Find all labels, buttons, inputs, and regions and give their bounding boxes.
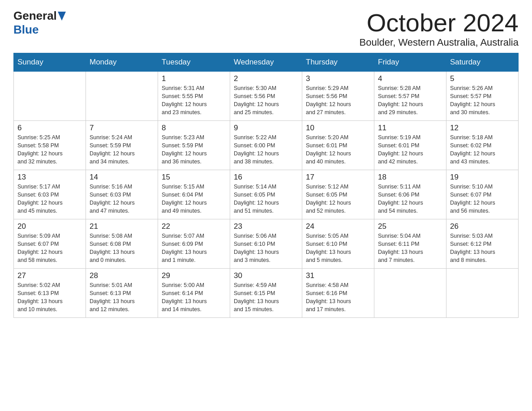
weekday-header-wednesday: Wednesday [230,53,302,71]
calendar-cell: 21Sunrise: 5:08 AM Sunset: 6:08 PM Dayli… [86,219,158,268]
day-info: Sunrise: 5:03 AM Sunset: 6:12 PM Dayligh… [450,232,515,265]
day-number: 10 [306,124,370,133]
calendar-cell: 10Sunrise: 5:20 AM Sunset: 6:01 PM Dayli… [302,120,374,170]
day-info: Sunrise: 5:10 AM Sunset: 6:07 PM Dayligh… [450,183,515,215]
location-title: Boulder, Western Australia, Australia [360,37,519,48]
day-number: 4 [378,74,442,83]
day-number: 31 [306,271,370,280]
day-number: 1 [162,74,226,83]
day-number: 28 [90,271,154,280]
calendar-cell: 16Sunrise: 5:14 AM Sunset: 6:05 PM Dayli… [230,170,302,219]
day-info: Sunrise: 5:15 AM Sunset: 6:04 PM Dayligh… [162,183,226,215]
calendar-cell: 8Sunrise: 5:23 AM Sunset: 5:59 PM Daylig… [158,120,230,170]
calendar-cell [14,71,86,120]
calendar-week-row: 13Sunrise: 5:17 AM Sunset: 6:03 PM Dayli… [14,170,519,219]
calendar-cell: 7Sunrise: 5:24 AM Sunset: 5:59 PM Daylig… [86,120,158,170]
calendar-cell: 2Sunrise: 5:30 AM Sunset: 5:56 PM Daylig… [230,71,302,120]
weekday-header-thursday: Thursday [302,53,374,71]
weekday-header-saturday: Saturday [446,53,519,71]
calendar-table: SundayMondayTuesdayWednesdayThursdayFrid… [13,53,519,318]
calendar-cell: 5Sunrise: 5:26 AM Sunset: 5:57 PM Daylig… [446,71,519,120]
weekday-header-tuesday: Tuesday [158,53,230,71]
day-info: Sunrise: 5:12 AM Sunset: 6:05 PM Dayligh… [306,183,370,215]
day-info: Sunrise: 5:05 AM Sunset: 6:10 PM Dayligh… [306,232,370,265]
weekday-header-monday: Monday [86,53,158,71]
calendar-week-row: 6Sunrise: 5:25 AM Sunset: 5:58 PM Daylig… [14,120,519,170]
calendar-cell: 29Sunrise: 5:00 AM Sunset: 6:14 PM Dayli… [158,268,230,317]
day-info: Sunrise: 5:25 AM Sunset: 5:58 PM Dayligh… [17,133,82,166]
logo: General Blue [13,9,66,37]
weekday-header-friday: Friday [374,53,446,71]
day-number: 12 [450,124,515,133]
calendar-cell: 13Sunrise: 5:17 AM Sunset: 6:03 PM Dayli… [14,170,86,219]
calendar-cell: 4Sunrise: 5:28 AM Sunset: 5:57 PM Daylig… [374,71,446,120]
calendar-header-row: SundayMondayTuesdayWednesdayThursdayFrid… [14,53,519,71]
day-info: Sunrise: 5:11 AM Sunset: 6:06 PM Dayligh… [378,183,442,215]
svg-marker-0 [58,12,66,21]
day-info: Sunrise: 5:28 AM Sunset: 5:57 PM Dayligh… [378,84,442,117]
day-info: Sunrise: 5:01 AM Sunset: 6:13 PM Dayligh… [90,281,154,314]
calendar-cell: 25Sunrise: 5:04 AM Sunset: 6:11 PM Dayli… [374,219,446,268]
calendar-cell: 9Sunrise: 5:22 AM Sunset: 6:00 PM Daylig… [230,120,302,170]
day-number: 8 [162,124,226,133]
day-info: Sunrise: 5:14 AM Sunset: 6:05 PM Dayligh… [234,183,298,215]
day-number: 29 [162,271,226,280]
logo-general-text: General [13,9,57,23]
calendar-cell: 11Sunrise: 5:19 AM Sunset: 6:01 PM Dayli… [374,120,446,170]
day-info: Sunrise: 5:20 AM Sunset: 6:01 PM Dayligh… [306,133,370,166]
day-info: Sunrise: 5:02 AM Sunset: 6:13 PM Dayligh… [17,281,82,314]
calendar-cell: 23Sunrise: 5:06 AM Sunset: 6:10 PM Dayli… [230,219,302,268]
page-header: General Blue October 2024 Boulder, Weste… [13,9,519,48]
day-number: 7 [90,124,154,133]
day-info: Sunrise: 5:18 AM Sunset: 6:02 PM Dayligh… [450,133,515,166]
day-number: 6 [17,124,82,133]
day-number: 17 [306,173,370,182]
calendar-cell: 3Sunrise: 5:29 AM Sunset: 5:56 PM Daylig… [302,71,374,120]
day-number: 24 [306,222,370,231]
calendar-week-row: 27Sunrise: 5:02 AM Sunset: 6:13 PM Dayli… [14,268,519,317]
calendar-week-row: 1Sunrise: 5:31 AM Sunset: 5:55 PM Daylig… [14,71,519,120]
calendar-cell: 28Sunrise: 5:01 AM Sunset: 6:13 PM Dayli… [86,268,158,317]
day-number: 25 [378,222,442,231]
calendar-cell: 18Sunrise: 5:11 AM Sunset: 6:06 PM Dayli… [374,170,446,219]
calendar-cell: 24Sunrise: 5:05 AM Sunset: 6:10 PM Dayli… [302,219,374,268]
calendar-cell: 6Sunrise: 5:25 AM Sunset: 5:58 PM Daylig… [14,120,86,170]
calendar-cell: 20Sunrise: 5:09 AM Sunset: 6:07 PM Dayli… [14,219,86,268]
calendar-cell [374,268,446,317]
day-number: 14 [90,173,154,182]
day-info: Sunrise: 5:07 AM Sunset: 6:09 PM Dayligh… [162,232,226,265]
calendar-cell [446,268,519,317]
day-info: Sunrise: 5:17 AM Sunset: 6:03 PM Dayligh… [17,183,82,215]
day-number: 18 [378,173,442,182]
day-number: 20 [17,222,82,231]
day-info: Sunrise: 5:30 AM Sunset: 5:56 PM Dayligh… [234,84,298,117]
day-info: Sunrise: 5:23 AM Sunset: 5:59 PM Dayligh… [162,133,226,166]
month-title: October 2024 [360,9,519,37]
day-number: 5 [450,74,515,83]
day-info: Sunrise: 5:16 AM Sunset: 6:03 PM Dayligh… [90,183,154,215]
calendar-cell: 22Sunrise: 5:07 AM Sunset: 6:09 PM Dayli… [158,219,230,268]
day-number: 15 [162,173,226,182]
calendar-cell: 12Sunrise: 5:18 AM Sunset: 6:02 PM Dayli… [446,120,519,170]
day-number: 11 [378,124,442,133]
day-number: 22 [162,222,226,231]
day-number: 21 [90,222,154,231]
calendar-cell: 19Sunrise: 5:10 AM Sunset: 6:07 PM Dayli… [446,170,519,219]
day-number: 23 [234,222,298,231]
day-info: Sunrise: 5:31 AM Sunset: 5:55 PM Dayligh… [162,84,226,117]
day-number: 9 [234,124,298,133]
day-number: 13 [17,173,82,182]
day-info: Sunrise: 5:00 AM Sunset: 6:14 PM Dayligh… [162,281,226,314]
calendar-cell: 26Sunrise: 5:03 AM Sunset: 6:12 PM Dayli… [446,219,519,268]
day-number: 19 [450,173,515,182]
calendar-cell: 14Sunrise: 5:16 AM Sunset: 6:03 PM Dayli… [86,170,158,219]
logo-blue-text: Blue [13,23,39,37]
day-number: 27 [17,271,82,280]
day-number: 3 [306,74,370,83]
day-info: Sunrise: 5:22 AM Sunset: 6:00 PM Dayligh… [234,133,298,166]
calendar-cell: 27Sunrise: 5:02 AM Sunset: 6:13 PM Dayli… [14,268,86,317]
day-number: 16 [234,173,298,182]
day-info: Sunrise: 5:09 AM Sunset: 6:07 PM Dayligh… [17,232,82,265]
day-number: 2 [234,74,298,83]
calendar-cell: 30Sunrise: 4:59 AM Sunset: 6:15 PM Dayli… [230,268,302,317]
